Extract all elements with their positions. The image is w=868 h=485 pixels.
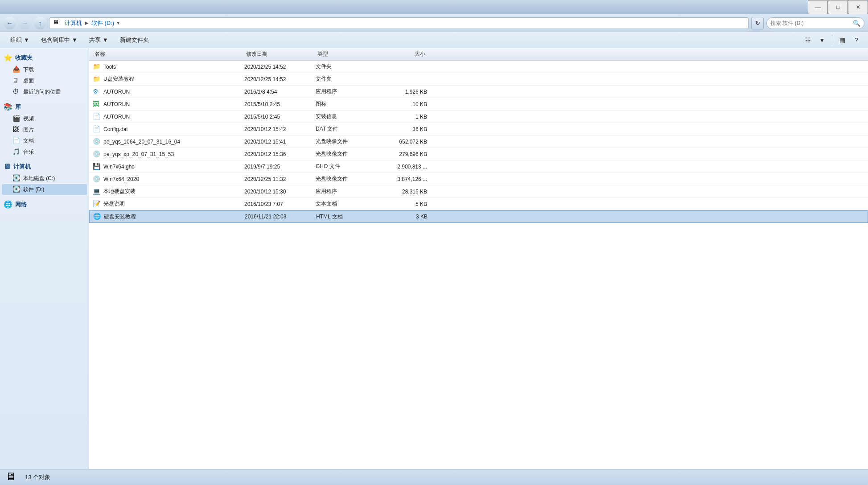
col-header-type[interactable]: 类型 (316, 50, 374, 58)
sidebar-favorites: ⭐ 收藏夹 📥 下载 🖥 桌面 ⏱ 最近访问的位置 (0, 52, 89, 97)
details-pane-button[interactable]: ▦ (836, 34, 848, 46)
file-type-cell: 光盘映像文件 (316, 138, 374, 145)
sidebar-item-recent[interactable]: ⏱ 最近访问的位置 (2, 86, 87, 97)
change-view-button[interactable]: ☷ (802, 34, 814, 46)
sidebar-library: 📚 库 🎬 视频 🖼 图片 📄 文档 🎵 音乐 (0, 101, 89, 157)
sidebar-item-video[interactable]: 🎬 视频 (2, 113, 87, 124)
table-row[interactable]: 📄 AUTORUN 2015/5/10 2:45 安装信息 1 KB (89, 111, 868, 123)
sidebar-item-drive-d[interactable]: 💽 软件 (D:) (2, 184, 87, 195)
sidebar-item-documents[interactable]: 📄 文档 (2, 136, 87, 146)
view-dropdown-button[interactable]: ▼ (816, 34, 828, 46)
file-size-cell: 1,926 KB (374, 89, 427, 95)
maximize-button[interactable]: □ (828, 0, 848, 14)
col-header-size[interactable]: 大小 (374, 50, 427, 58)
file-type-cell: 文件夹 (316, 75, 374, 83)
video-icon: 🎬 (12, 115, 21, 123)
file-date-cell: 2020/12/25 14:52 (244, 64, 316, 70)
sidebar-item-download[interactable]: 📥 下载 (2, 64, 87, 75)
file-type-cell: 应用程序 (316, 188, 374, 195)
file-type-cell: 文件夹 (316, 63, 374, 70)
file-name-cell: 📄 AUTORUN (93, 113, 244, 121)
search-input[interactable] (770, 20, 853, 26)
breadcrumb-drive[interactable]: 软件 (D:) (91, 19, 114, 27)
breadcrumb-computer[interactable]: 计算机 (65, 19, 82, 27)
file-type-icon: 📄 (93, 125, 101, 133)
include-library-button[interactable]: 包含到库中 ▼ (36, 34, 82, 46)
file-name-cell: 📁 U盘安装教程 (93, 75, 244, 83)
desktop-icon: 🖥 (12, 77, 21, 85)
sidebar-item-pictures[interactable]: 🖼 图片 (2, 124, 87, 135)
up-button[interactable]: ↑ (34, 17, 46, 29)
file-area[interactable]: 名称 修改日期 类型 大小 📁 Tools 2020/12/25 14:52 文… (89, 48, 868, 469)
file-size-cell: 28,315 KB (374, 189, 427, 195)
drive-d-icon: 💽 (12, 185, 21, 193)
table-row[interactable]: 💻 本地硬盘安装 2020/10/12 15:30 应用程序 28,315 KB (89, 185, 868, 198)
close-button[interactable]: ✕ (848, 0, 868, 14)
file-name-cell: 📝 光盘说明 (93, 200, 244, 208)
file-size-cell: 3 KB (374, 214, 428, 220)
file-type-icon: 💿 (93, 138, 101, 146)
sidebar-favorites-title[interactable]: ⭐ 收藏夹 (0, 52, 89, 64)
file-name-cell: 📁 Tools (93, 63, 244, 71)
back-button[interactable]: ← (4, 17, 16, 29)
file-name-cell: 💿 pe_yqs_xp_20_07_31_15_53 (93, 150, 244, 158)
table-row[interactable]: 📄 Config.dat 2020/10/12 15:42 DAT 文件 36 … (89, 123, 868, 136)
table-row[interactable]: 📁 Tools 2020/12/25 14:52 文件夹 (89, 61, 868, 73)
sidebar-item-desktop[interactable]: 🖥 桌面 (2, 75, 87, 86)
table-row[interactable]: 💿 pe_yqs_xp_20_07_31_15_53 2020/10/12 15… (89, 148, 868, 160)
table-row[interactable]: 📁 U盘安装教程 2020/12/25 14:52 文件夹 (89, 73, 868, 86)
sidebar-item-drive-c[interactable]: 💽 本地磁盘 (C:) (2, 173, 87, 184)
file-type-icon: 💿 (93, 150, 101, 158)
file-date-cell: 2020/10/12 15:41 (244, 139, 316, 145)
forward-button[interactable]: → (19, 17, 31, 29)
file-date-cell: 2020/12/25 11:32 (244, 176, 316, 182)
file-list: 📁 Tools 2020/12/25 14:52 文件夹 📁 U盘安装教程 20… (89, 61, 868, 223)
file-size-cell: 3,874,126 ... (374, 176, 427, 182)
help-button[interactable]: ? (850, 34, 863, 46)
file-name-label: Win7x64_2020 (103, 176, 139, 182)
file-name-label: 光盘说明 (103, 200, 125, 208)
col-header-date[interactable]: 修改日期 (244, 50, 316, 58)
file-name-label: AUTORUN (103, 101, 130, 107)
file-date-cell: 2016/1/8 4:54 (244, 89, 316, 95)
sidebar-library-title[interactable]: 📚 库 (0, 101, 89, 113)
documents-icon: 📄 (12, 137, 21, 145)
file-name-label: pe_yqs_1064_20_07_31_16_04 (103, 139, 180, 145)
file-size-cell: 279,696 KB (374, 151, 427, 157)
table-row[interactable]: 📝 光盘说明 2016/10/23 7:07 文本文档 5 KB (89, 198, 868, 210)
table-row[interactable]: 💾 Win7x64.gho 2019/9/7 19:25 GHO 文件 2,90… (89, 160, 868, 173)
table-row[interactable]: 💿 pe_yqs_1064_20_07_31_16_04 2020/10/12 … (89, 136, 868, 148)
sidebar-network: 🌐 网络 (0, 198, 89, 210)
table-row[interactable]: ⚙ AUTORUN 2016/1/8 4:54 应用程序 1,926 KB (89, 86, 868, 98)
file-name-cell: 💿 pe_yqs_1064_20_07_31_16_04 (93, 138, 244, 146)
file-type-cell: HTML 文档 (316, 213, 374, 221)
table-row[interactable]: 💿 Win7x64_2020 2020/12/25 11:32 光盘映像文件 3… (89, 173, 868, 185)
file-type-icon: ⚙ (93, 88, 101, 96)
file-type-icon: 💿 (93, 175, 101, 183)
search-box[interactable]: 🔍 (766, 17, 864, 29)
refresh-button[interactable]: ↻ (751, 17, 764, 29)
file-name-cell: 💾 Win7x64.gho (93, 163, 244, 171)
share-button[interactable]: 共享 ▼ (84, 34, 113, 46)
main-layout: ⭐ 收藏夹 📥 下载 🖥 桌面 ⏱ 最近访问的位置 📚 库 � (0, 48, 868, 469)
file-type-cell: 图标 (316, 100, 374, 108)
minimize-button[interactable]: — (808, 0, 828, 14)
breadcrumb-dropdown[interactable]: ▼ (116, 21, 120, 25)
table-row[interactable]: 🌐 硬盘安装教程 2016/11/21 22:03 HTML 文档 3 KB (89, 210, 868, 223)
table-row[interactable]: 🖼 AUTORUN 2015/5/10 2:45 图标 10 KB (89, 98, 868, 111)
file-name-cell: 🌐 硬盘安装教程 (93, 213, 245, 221)
sidebar-item-music[interactable]: 🎵 音乐 (2, 147, 87, 157)
pictures-icon: 🖼 (12, 126, 21, 134)
new-folder-button[interactable]: 新建文件夹 (115, 34, 154, 46)
file-size-cell: 10 KB (374, 101, 427, 107)
organize-button[interactable]: 组织 ▼ (5, 34, 34, 46)
file-type-cell: 安装信息 (316, 113, 374, 120)
sidebar-computer-title[interactable]: 🖥 计算机 (0, 161, 89, 173)
sidebar-network-title[interactable]: 🌐 网络 (0, 198, 89, 210)
col-header-name[interactable]: 名称 (93, 50, 244, 58)
file-date-cell: 2020/10/12 15:42 (244, 126, 316, 132)
sidebar-computer: 🖥 计算机 💽 本地磁盘 (C:) 💽 软件 (D:) (0, 161, 89, 195)
status-app-icon: 🖥 (5, 470, 20, 485)
file-name-label: AUTORUN (103, 114, 130, 120)
breadcrumb-bar[interactable]: 🖥 计算机 ► 软件 (D:) ▼ (49, 17, 749, 29)
